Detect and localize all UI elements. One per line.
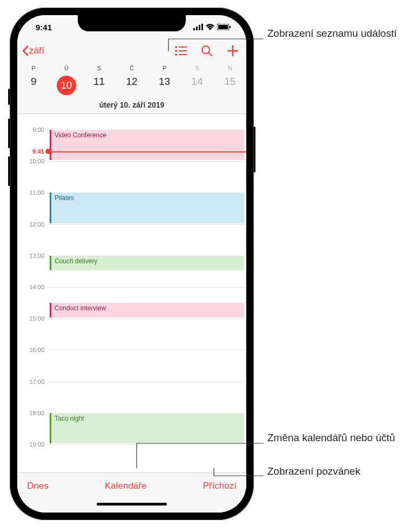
week-header: PÚSČPSN 9101112131415 úterý 10. září 201… [17,63,246,114]
hour-label: 10:00 [17,158,44,164]
add-button[interactable] [227,45,239,57]
day-number[interactable]: 11 [83,71,116,101]
weekday-label: P [17,63,50,71]
nav-bar: září [17,39,246,63]
calendars-button[interactable]: Kalendáře [105,481,147,491]
hour-gridline [48,287,246,288]
hour-gridline [48,224,246,225]
callout-inbox: Zobrazení pozvánek [267,465,360,478]
wifi-icon [206,23,214,32]
svg-rect-10 [179,50,187,51]
svg-rect-2 [199,25,200,30]
hour-gridline [48,318,246,319]
now-indicator-label: 9:41 [17,148,44,155]
hour-label: 9:00 [17,127,44,133]
calendar-event[interactable]: Pilates [50,192,244,223]
svg-rect-1 [196,26,198,30]
phone-frame: 9:41 září [10,8,254,520]
svg-rect-12 [179,54,187,55]
home-indicator[interactable] [97,503,167,506]
svg-rect-6 [230,26,231,28]
svg-point-11 [175,54,177,56]
day-number[interactable]: 12 [116,71,149,101]
weekday-label: P [148,63,181,71]
screen: 9:41 září [17,15,246,513]
hour-gridline [48,444,246,445]
weekday-label: Ú [50,63,83,71]
svg-rect-5 [218,25,228,29]
svg-line-14 [208,52,212,56]
hour-gridline [48,382,246,382]
hour-label: 11:00 [17,189,44,196]
weekday-label: Č [116,63,149,71]
inbox-button[interactable]: Příchozí [203,481,237,491]
status-time: 9:41 [36,23,52,32]
notch [78,15,186,31]
weekday-label: S [83,63,116,71]
svg-rect-0 [193,28,195,30]
weekday-label: N [213,63,246,71]
hour-label: 15:00 [17,315,44,322]
chevron-left-icon [22,45,29,56]
hour-label: 19:00 [17,441,44,448]
hour-label: 17:00 [17,378,44,385]
now-indicator-line [48,151,246,152]
list-view-button[interactable] [175,46,187,56]
svg-rect-3 [201,24,203,30]
hour-label: 14:00 [17,284,44,290]
svg-point-9 [175,50,177,52]
now-indicator-dot [45,149,51,154]
full-date-label: úterý 10. září 2019 [17,101,246,114]
svg-point-7 [175,46,177,48]
hour-label: 12:00 [17,221,44,228]
cellular-icon [193,23,203,32]
calendar-event[interactable]: Couch delivery [50,256,244,270]
hour-gridline [48,350,246,350]
svg-rect-8 [179,46,187,48]
day-number[interactable]: 10 [50,71,83,101]
weekday-label: S [181,63,214,71]
callout-calendars: Změna kalendářů nebo účtů [267,431,395,445]
home-indicator-area [17,498,246,513]
callout-list-view: Zobrazení seznamu událostí [267,27,397,41]
calendar-event[interactable]: Video Conference [50,130,244,160]
back-button[interactable]: září [22,45,44,56]
bottom-toolbar: Dnes Kalendáře Příchozí [17,473,246,498]
back-label: září [29,45,44,56]
battery-icon [217,23,231,32]
day-number[interactable]: 13 [148,71,181,101]
calendar-event[interactable]: Taco night [50,413,244,443]
hour-label: 18:00 [17,410,44,416]
calendar-event[interactable]: Conduct interview [50,303,244,317]
day-number[interactable]: 14 [181,71,214,101]
day-timeline[interactable]: 9:0010:0011:0012:0013:0014:0015:0016:001… [17,114,246,473]
hour-label: 13:00 [17,252,44,259]
hour-gridline [48,161,246,162]
hour-label: 16:00 [17,347,44,353]
today-button[interactable]: Dnes [27,481,49,491]
day-number[interactable]: 9 [17,71,50,101]
day-number[interactable]: 15 [213,71,246,101]
search-button[interactable] [201,45,213,57]
